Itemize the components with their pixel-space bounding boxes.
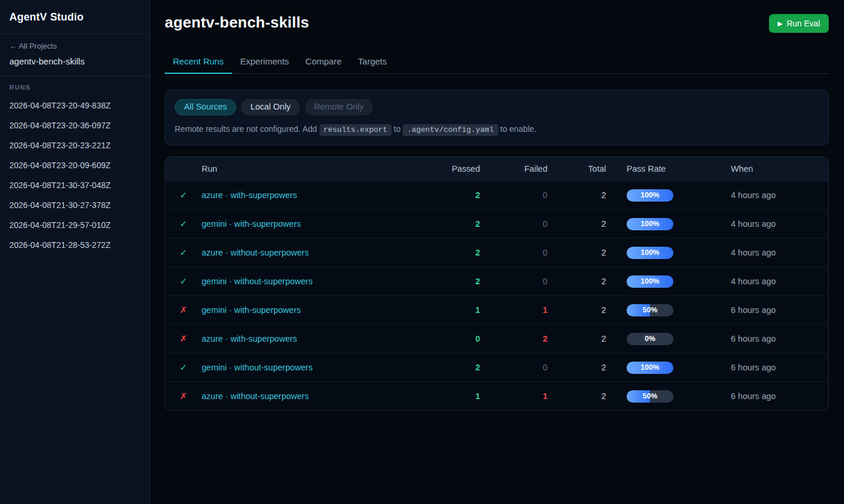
when-cell: 6 hours ago (731, 363, 828, 372)
col-passed: Passed (421, 164, 480, 173)
run-cell: gemini · without-superpowers (202, 363, 421, 372)
run-link[interactable]: azure · without-superpowers (202, 391, 309, 401)
sidebar-run-item[interactable]: 2026-04-08T23-20-36-097Z (9, 115, 140, 135)
runs-list: 2026-04-08T23-20-49-838Z2026-04-08T23-20… (9, 96, 140, 255)
table-body: ✓azure · with-superpowers202100%4 hours … (165, 181, 828, 410)
total-count: 2 (547, 334, 606, 343)
run-cell: gemini · with-superpowers (202, 219, 421, 229)
tab-bar: Recent RunsExperimentsCompareTargets (165, 51, 829, 74)
table-row: ✓gemini · with-superpowers202100%4 hours… (165, 209, 828, 238)
run-cell: azure · without-superpowers (202, 391, 421, 401)
failed-count: 1 (480, 305, 547, 315)
fail-cross-icon: ✗ (165, 333, 202, 344)
table-row: ✓gemini · without-superpowers202100%4 ho… (165, 267, 828, 295)
tab-experiments[interactable]: Experiments (232, 51, 297, 74)
pass-rate-label: 50% (627, 390, 673, 403)
sidebar-project-section: ← All Projects agentv-bench-skills (0, 34, 149, 76)
run-cell: gemini · without-superpowers (202, 277, 421, 286)
run-link[interactable]: azure · with-superpowers (202, 334, 297, 343)
pass-rate-cell: 0% (606, 333, 731, 345)
note-text-before: Remote results are not configured. Add (175, 124, 319, 134)
tab-targets[interactable]: Targets (350, 51, 395, 74)
tab-recent-runs[interactable]: Recent Runs (165, 51, 232, 74)
sidebar-run-item[interactable]: 2026-04-08T23-20-49-838Z (9, 96, 140, 115)
note-text-after: to enable. (498, 124, 536, 134)
run-cell: azure · without-superpowers (202, 248, 421, 257)
run-link[interactable]: azure · with-superpowers (202, 190, 297, 200)
pass-check-icon: ✓ (165, 276, 202, 287)
pass-rate-label: 100% (627, 189, 673, 202)
code-chip-config-yaml: .agentv/config.yaml (403, 124, 498, 136)
source-filter-card: All SourcesLocal OnlyRemote Only Remote … (165, 90, 829, 145)
when-cell: 4 hours ago (731, 219, 828, 229)
failed-count: 1 (480, 391, 547, 401)
code-chip-results-export: results.export (319, 124, 392, 136)
table-row: ✗azure · without-superpowers11250%6 hour… (165, 382, 828, 410)
passed-count: 2 (421, 219, 480, 229)
run-eval-button[interactable]: ▶ Run Eval (769, 14, 829, 33)
run-link[interactable]: gemini · with-superpowers (202, 305, 301, 315)
pass-check-icon: ✓ (165, 219, 202, 229)
pass-check-icon: ✓ (165, 247, 202, 258)
back-all-projects-link[interactable]: ← All Projects (9, 42, 140, 50)
failed-count: 0 (480, 277, 547, 286)
page-header: agentv-bench-skills ▶ Run Eval (165, 0, 829, 33)
failed-count: 2 (480, 334, 547, 343)
pass-rate-cell: 100% (606, 218, 731, 230)
pass-rate-label: 50% (627, 304, 673, 316)
table-header-row: Run Passed Failed Total Pass Rate When (165, 157, 828, 181)
pass-rate-label: 100% (627, 218, 673, 230)
when-cell: 4 hours ago (731, 190, 828, 200)
app-title: AgentV Studio (9, 11, 140, 23)
failed-count: 0 (480, 363, 547, 372)
pass-rate-pill: 100% (627, 247, 673, 259)
sidebar-run-item[interactable]: 2026-04-08T21-30-37-048Z (9, 175, 140, 195)
total-count: 2 (547, 363, 606, 372)
run-eval-label: Run Eval (787, 19, 820, 28)
pass-rate-label: 100% (627, 362, 673, 374)
runs-table: Run Passed Failed Total Pass Rate When ✓… (165, 156, 829, 411)
sidebar-run-item[interactable]: 2026-04-08T23-20-09-609Z (9, 155, 140, 175)
sidebar-runs-section: RUNS 2026-04-08T23-20-49-838Z2026-04-08T… (0, 76, 149, 263)
sidebar-run-item[interactable]: 2026-04-08T21-28-53-272Z (9, 235, 140, 255)
source-filter-pills: All SourcesLocal OnlyRemote Only (175, 99, 819, 115)
main-content: agentv-bench-skills ▶ Run Eval Recent Ru… (150, 0, 844, 504)
table-row: ✓gemini · without-superpowers202100%6 ho… (165, 353, 828, 382)
run-cell: gemini · with-superpowers (202, 305, 421, 315)
pass-rate-label: 100% (627, 275, 673, 288)
run-link[interactable]: gemini · without-superpowers (202, 277, 312, 286)
table-row: ✓azure · with-superpowers202100%4 hours … (165, 181, 828, 209)
filter-pill-local-only[interactable]: Local Only (241, 99, 300, 115)
run-link[interactable]: azure · without-superpowers (202, 248, 309, 257)
sidebar: AgentV Studio ← All Projects agentv-benc… (0, 0, 150, 504)
table-row: ✗gemini · with-superpowers11250%6 hours … (165, 295, 828, 324)
pass-rate-pill: 50% (627, 390, 673, 403)
sidebar-run-item[interactable]: 2026-04-08T21-30-27-378Z (9, 195, 140, 215)
pass-rate-cell: 100% (606, 247, 731, 259)
filter-pill-remote-only[interactable]: Remote Only (305, 99, 373, 115)
fail-cross-icon: ✗ (165, 305, 202, 315)
sidebar-header: AgentV Studio (0, 0, 149, 34)
total-count: 2 (547, 219, 606, 229)
total-count: 2 (547, 305, 606, 315)
passed-count: 2 (421, 190, 480, 200)
passed-count: 2 (421, 248, 480, 257)
sidebar-run-item[interactable]: 2026-04-08T23-20-23-221Z (9, 135, 140, 155)
run-link[interactable]: gemini · without-superpowers (202, 363, 312, 372)
passed-count: 1 (421, 305, 480, 315)
sidebar-run-item[interactable]: 2026-04-08T21-29-57-010Z (9, 215, 140, 235)
table-row: ✓azure · without-superpowers202100%4 hou… (165, 238, 828, 267)
col-total: Total (547, 164, 606, 173)
pass-rate-cell: 50% (606, 304, 731, 316)
remote-config-note: Remote results are not configured. Add r… (175, 124, 819, 134)
pass-rate-pill: 50% (627, 304, 673, 316)
run-cell: azure · with-superpowers (202, 190, 421, 200)
pass-rate-cell: 100% (606, 189, 731, 202)
col-pass-rate: Pass Rate (606, 164, 731, 173)
note-text-between: to (392, 124, 403, 134)
run-link[interactable]: gemini · with-superpowers (202, 219, 301, 229)
pass-rate-cell: 100% (606, 362, 731, 374)
total-count: 2 (547, 190, 606, 200)
filter-pill-all-sources[interactable]: All Sources (175, 99, 236, 115)
tab-compare[interactable]: Compare (297, 51, 350, 74)
